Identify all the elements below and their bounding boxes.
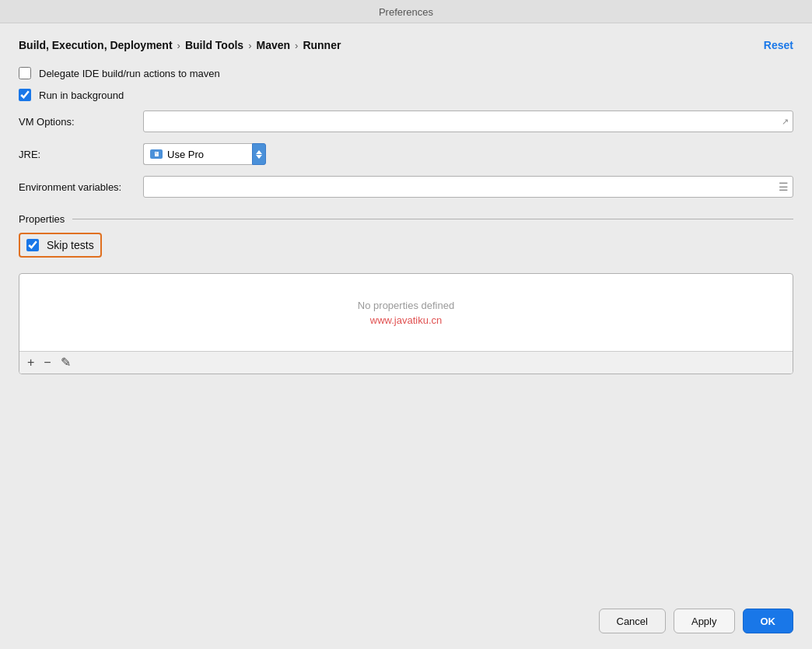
jre-icon: 🖥 (150, 149, 163, 159)
run-in-background-checkbox[interactable] (19, 89, 31, 101)
breadcrumb-item-2: Build Tools (185, 39, 243, 51)
content-area: Build, Execution, Deployment › Build Too… (0, 23, 812, 598)
breadcrumb-item-3: Maven (256, 39, 290, 51)
skip-tests-checkbox[interactable] (26, 239, 39, 251)
skip-tests-row: Skip tests (19, 233, 102, 258)
run-in-background-row: Run in background (19, 89, 793, 101)
dialog-title: Preferences (379, 6, 433, 18)
jre-row: JRE: 🖥 Use Pro (19, 143, 793, 165)
breadcrumb: Build, Execution, Deployment › Build Too… (19, 39, 793, 51)
edit-property-button[interactable]: ✎ (61, 356, 71, 369)
env-vars-input[interactable] (143, 176, 793, 198)
footer: Cancel Apply OK (0, 598, 812, 649)
remove-property-button[interactable]: − (44, 356, 51, 369)
env-vars-row: Environment variables: ☰ (19, 176, 793, 198)
env-vars-input-wrapper: ☰ (143, 176, 793, 198)
breadcrumb-item-4: Runner (303, 39, 341, 51)
delegate-ide-checkbox[interactable] (19, 67, 31, 79)
separator-1: › (177, 40, 180, 51)
jre-label: JRE: (19, 149, 143, 160)
separator-3: › (295, 40, 298, 51)
jre-spinner[interactable] (252, 143, 266, 165)
properties-header: Properties (19, 213, 793, 225)
no-properties-text: No properties defined (358, 300, 454, 311)
vm-options-label: VM Options: (19, 116, 143, 128)
preferences-dialog: Preferences Build, Execution, Deployment… (0, 0, 812, 649)
vm-options-input[interactable] (143, 111, 793, 132)
spinner-down-icon (256, 155, 262, 159)
add-property-button[interactable]: + (27, 356, 34, 369)
vm-options-row: VM Options: ↗ (19, 111, 793, 132)
properties-label: Properties (19, 213, 65, 225)
breadcrumb-item-1: Build, Execution, Deployment (19, 39, 173, 51)
jre-select-box[interactable]: 🖥 Use Pro (143, 143, 252, 165)
separator-2: › (248, 40, 251, 51)
ok-button[interactable]: OK (743, 609, 794, 633)
properties-divider (72, 219, 793, 219)
properties-section: Properties Skip tests No properties defi… (19, 213, 793, 374)
properties-toolbar: + − ✎ (19, 351, 793, 374)
spinner-up-icon (256, 150, 262, 154)
run-in-background-label: Run in background (39, 89, 124, 101)
reset-button[interactable]: Reset (764, 39, 793, 51)
properties-empty-state: No properties defined www.javatiku.cn (19, 274, 793, 351)
skip-tests-label: Skip tests (47, 239, 94, 251)
jre-value: Use Pro (167, 149, 204, 160)
title-bar: Preferences (0, 0, 812, 23)
jre-select: 🖥 Use Pro (143, 143, 266, 165)
apply-button[interactable]: Apply (674, 609, 735, 633)
watermark-text: www.javatiku.cn (370, 314, 442, 326)
vm-options-input-wrapper: ↗ (143, 111, 793, 132)
delegate-ide-row: Delegate IDE build/run actions to maven (19, 67, 793, 79)
delegate-ide-label: Delegate IDE build/run actions to maven (39, 68, 220, 79)
properties-table: No properties defined www.javatiku.cn + … (19, 273, 793, 374)
env-vars-label: Environment variables: (19, 181, 143, 193)
cancel-button[interactable]: Cancel (599, 609, 666, 633)
